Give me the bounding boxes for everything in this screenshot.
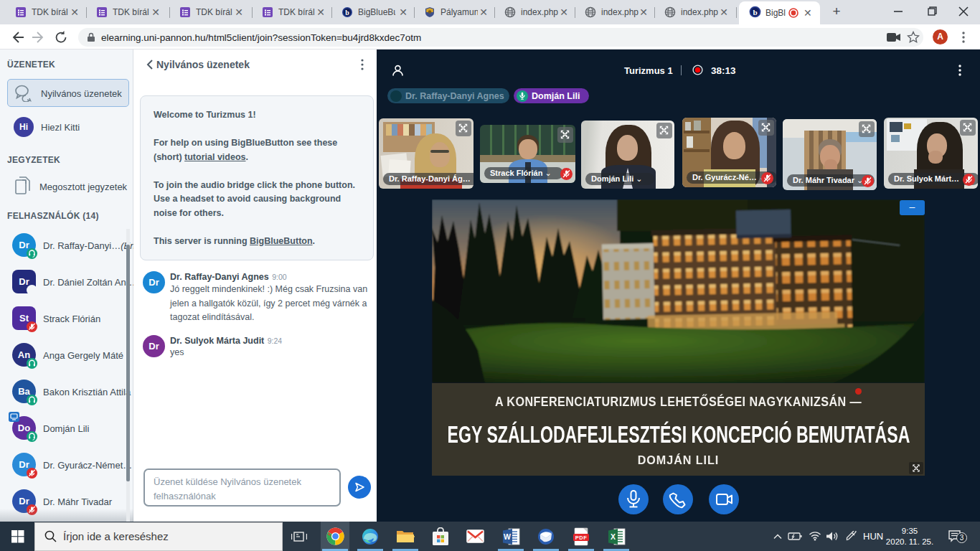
svg-text:PDF: PDF [575, 534, 588, 541]
svg-text:X: X [611, 532, 616, 541]
svg-text:b: b [345, 9, 349, 17]
svg-text:W: W [504, 532, 511, 541]
svg-text:b: b [753, 8, 757, 17]
